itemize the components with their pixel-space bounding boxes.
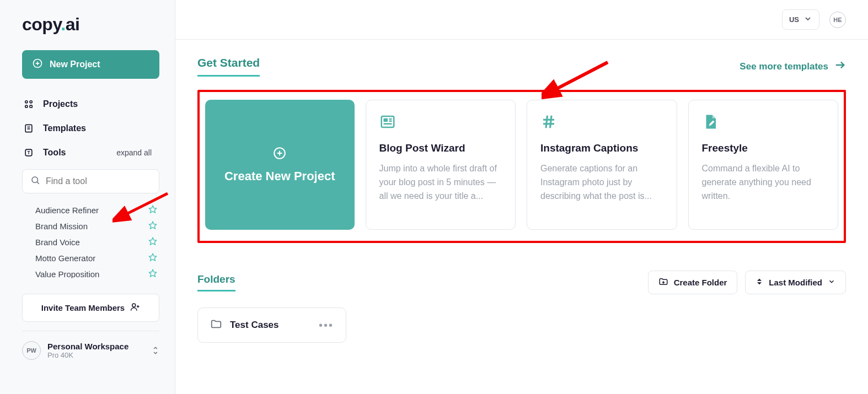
- svg-marker-17: [149, 238, 156, 245]
- new-project-button[interactable]: New Project: [22, 50, 159, 79]
- hash-icon: [540, 114, 663, 132]
- sort-icon: [756, 278, 763, 287]
- logo-area: copy.ai: [0, 0, 175, 45]
- create-folder-button[interactable]: Create Folder: [648, 271, 738, 294]
- svg-rect-6: [30, 105, 32, 107]
- search-icon: [30, 175, 40, 187]
- chevron-down-icon: [803, 14, 812, 25]
- folder-plus-icon: [658, 277, 668, 288]
- nav-projects[interactable]: Projects: [15, 92, 159, 116]
- svg-marker-18: [149, 253, 156, 261]
- more-icon[interactable]: •••: [319, 319, 334, 332]
- create-new-project-label: Create New Project: [224, 169, 335, 183]
- tool-item[interactable]: Value Proposition: [22, 266, 168, 278]
- sort-button[interactable]: Last Modified: [745, 271, 846, 294]
- svg-marker-40: [757, 282, 762, 284]
- arrow-right-icon: [834, 59, 846, 74]
- grid-icon: [23, 99, 34, 110]
- svg-line-13: [37, 182, 39, 183]
- chevron-down-icon: [828, 278, 835, 287]
- card-desc: Jump into a whole first draft of your bl…: [379, 162, 502, 203]
- svg-point-3: [25, 101, 28, 103]
- workspace-text: Personal Workspace Pro 40K: [47, 342, 145, 359]
- svg-marker-16: [149, 222, 156, 229]
- star-icon[interactable]: [148, 269, 157, 278]
- nav-templates-label: Templates: [43, 123, 86, 133]
- see-more-templates-link[interactable]: See more templates: [740, 59, 846, 74]
- workspace-avatar: PW: [22, 341, 41, 360]
- tool-list[interactable]: Audience Refiner Brand Mission Brand Voi…: [22, 202, 168, 278]
- search-input[interactable]: [46, 176, 151, 186]
- plus-circle-icon: [32, 58, 43, 71]
- nav-list: Projects Templates T Tools expand all: [0, 92, 175, 165]
- template-card-freestyle[interactable]: Freestyle Command a flexible AI to gener…: [688, 100, 839, 230]
- get-started-title: Get Started: [197, 56, 260, 77]
- star-icon[interactable]: [148, 221, 157, 231]
- logo-prefix: copy: [22, 14, 61, 34]
- folders-title: Folders: [197, 273, 235, 292]
- folders-head: Folders Create Folder Last Modified: [197, 271, 846, 294]
- workspace-name: Personal Workspace: [47, 342, 145, 351]
- tool-label: Brand Mission: [35, 222, 88, 231]
- svg-marker-39: [757, 279, 762, 281]
- card-title: Instagram Captions: [540, 142, 663, 154]
- sort-label: Last Modified: [769, 278, 822, 287]
- language-button[interactable]: US: [782, 9, 819, 30]
- svg-line-35: [546, 116, 548, 128]
- svg-line-36: [550, 116, 552, 128]
- star-icon[interactable]: [148, 253, 157, 263]
- tool-item[interactable]: Brand Mission: [22, 218, 168, 234]
- language-label: US: [789, 15, 799, 24]
- workspace-plan: Pro 40K: [47, 351, 145, 359]
- user-avatar[interactable]: HE: [829, 12, 846, 28]
- tool-label: Brand Voice: [35, 238, 80, 247]
- workspace-switcher[interactable]: PW Personal Workspace Pro 40K: [0, 331, 175, 370]
- search-box[interactable]: [22, 169, 159, 193]
- card-desc: Command a flexible AI to generate anythi…: [702, 162, 825, 203]
- plus-circle-icon: [272, 146, 287, 163]
- main: US HE Get Started See more templates: [175, 0, 868, 394]
- folder-card[interactable]: Test Cases •••: [197, 307, 346, 343]
- svg-text:T: T: [27, 150, 30, 155]
- tool-item[interactable]: Brand Voice: [22, 234, 168, 250]
- template-cards-row: Create New Project Blog Post Wizard Jump…: [197, 90, 846, 243]
- nav-tools[interactable]: T Tools expand all: [15, 141, 159, 165]
- folders-actions: Create Folder Last Modified: [648, 271, 846, 294]
- chevron-updown-icon: [152, 346, 159, 355]
- tool-item[interactable]: Motto Generator: [22, 250, 168, 266]
- logo-dot: .: [61, 14, 65, 34]
- expand-all-link[interactable]: expand all: [116, 148, 152, 157]
- star-icon[interactable]: [148, 205, 157, 215]
- invite-team-button[interactable]: Invite Team Members: [22, 294, 159, 322]
- svg-point-4: [30, 101, 32, 103]
- topbar: US HE: [175, 0, 868, 40]
- new-project-label: New Project: [50, 60, 100, 69]
- svg-point-5: [25, 105, 28, 107]
- tool-label: Motto Generator: [35, 253, 95, 263]
- card-title: Freestyle: [702, 142, 825, 154]
- star-icon[interactable]: [148, 237, 157, 247]
- tool-label: Value Proposition: [35, 269, 99, 278]
- create-folder-label: Create Folder: [674, 278, 727, 287]
- svg-point-12: [32, 177, 38, 183]
- logo: copy.ai: [22, 14, 79, 34]
- sidebar: copy.ai New Project Projects Templates T…: [0, 0, 175, 394]
- tool-item[interactable]: Audience Refiner: [22, 202, 168, 218]
- folder-name: Test Cases: [230, 320, 311, 331]
- card-desc: Generate captions for an Instagram photo…: [540, 162, 663, 203]
- logo-suffix: ai: [66, 14, 80, 34]
- svg-rect-29: [383, 118, 388, 122]
- create-new-project-card[interactable]: Create New Project: [205, 100, 355, 230]
- tool-label: Audience Refiner: [35, 206, 99, 215]
- template-card-blog-post-wizard[interactable]: Blog Post Wizard Jump into a whole first…: [366, 100, 516, 230]
- card-title: Blog Post Wizard: [379, 142, 502, 154]
- nav-tools-label: Tools: [43, 148, 66, 158]
- svg-marker-19: [149, 269, 156, 277]
- tools-icon: T: [23, 147, 34, 158]
- nav-projects-label: Projects: [43, 99, 78, 109]
- newspaper-icon: [379, 114, 502, 132]
- template-card-instagram-captions[interactable]: Instagram Captions Generate captions for…: [527, 100, 677, 230]
- nav-templates[interactable]: Templates: [15, 116, 159, 141]
- folder-icon: [210, 318, 222, 332]
- user-plus-icon: [130, 302, 140, 314]
